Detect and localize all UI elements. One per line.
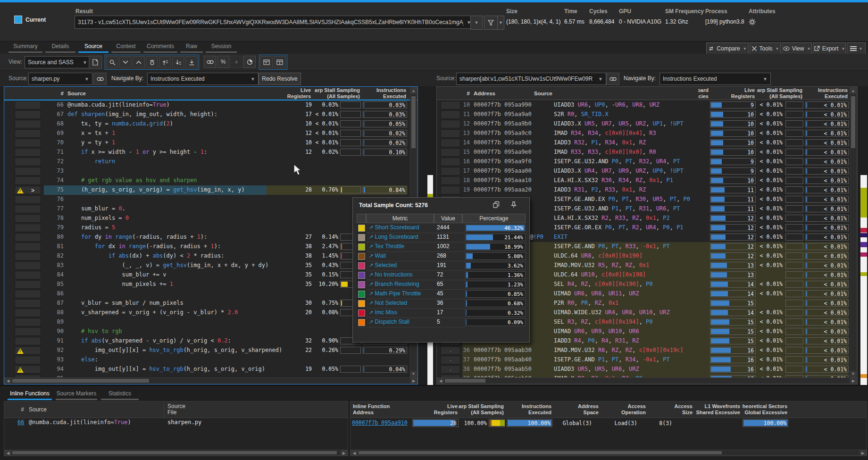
- tab-context[interactable]: Context: [111, 42, 141, 52]
- view-select[interactable]: Source and SASS▼: [25, 56, 91, 68]
- source-row-70[interactable]: 70 y = ty + 110< 0.01%0.02%: [4, 138, 417, 148]
- tab-raw[interactable]: Raw: [180, 42, 203, 52]
- bottom-tab-statistics[interactable]: Statistics: [101, 389, 139, 399]
- navigate-by-select-right[interactable]: Instructions Executed▼: [659, 73, 771, 85]
- col-num[interactable]: #: [460, 91, 470, 96]
- col-heoretical-sectors-global-excessive[interactable]: heoretical SectorsGlobal Excessive: [743, 403, 788, 416]
- gutter-cell[interactable]: [15, 318, 41, 326]
- gutter-cell[interactable]: [15, 167, 41, 176]
- current-result-color-swatch[interactable]: [14, 16, 22, 24]
- scroll-left-arrow[interactable]: ◀: [437, 378, 444, 384]
- gutter-cell[interactable]: [15, 176, 41, 185]
- single-pane-button[interactable]: [260, 56, 273, 68]
- col-l1-wavefronts-shared-excessive[interactable]: L1 WavefrontsShared Excessive: [695, 403, 741, 416]
- source-row-94[interactable]: 94 img_out[y][x] = hsv_to_rgb(h_orig, s_…: [4, 365, 417, 374]
- inline-function-row[interactable]: 66 @numba.cuda.jit(lineinfo=True) sharpe…: [4, 418, 348, 428]
- source-row-72[interactable]: 72 return: [4, 157, 417, 167]
- prev-hotspot-button[interactable]: [159, 56, 171, 68]
- gutter-cell[interactable]: [15, 110, 41, 119]
- view-button[interactable]: View▼: [782, 42, 812, 55]
- sass-row-14[interactable]: 1400007f7b 095aa9d0IADD3 R32, P1, R34, 0…: [437, 138, 857, 148]
- col-scoreboard-dependencies-clipped[interactable]: ScoreboardDependencies: [698, 87, 709, 100]
- col-warp-stall-sampling[interactable]: arp Stall Sampling(All Samples): [757, 87, 803, 100]
- tab-summary[interactable]: Summary: [8, 42, 42, 52]
- scroll-right-arrow[interactable]: ▶: [341, 450, 347, 455]
- sass-row-36[interactable]: ·3600007f7b 095aab30IMAD.MOV.U32 R6, RZ,…: [437, 346, 857, 355]
- source-row-66[interactable]: 66@numba.cuda.jit(lineinfo=True)190.03%0…: [4, 100, 417, 110]
- gutter-cell[interactable]: [15, 327, 41, 336]
- scroll-up-arrow[interactable]: ▲: [410, 88, 417, 94]
- scroll-right-arrow[interactable]: ▶: [850, 378, 857, 384]
- gutter-cell[interactable]: [15, 233, 41, 242]
- col-instructions-executed[interactable]: InstructionsExecuted: [363, 87, 407, 100]
- scroll-left-arrow[interactable]: ◀: [5, 450, 11, 455]
- source-row-71[interactable]: 71 if x >= width - 1 or y >= height - 1:…: [4, 148, 417, 157]
- col-address[interactable]: Address: [474, 91, 495, 96]
- add-baseline-button[interactable]: +: [230, 56, 242, 68]
- metric-link[interactable]: No Instructions: [375, 271, 413, 278]
- source-row-93[interactable]: 93 else:: [4, 355, 417, 365]
- source-h-scrollbar[interactable]: ◀▶: [4, 377, 417, 384]
- col-source[interactable]: Source: [29, 406, 47, 413]
- h-scroll-thumb[interactable]: [359, 451, 722, 454]
- open-source-file-button[interactable]: [89, 56, 102, 69]
- col-arp-stall-sampling-all-samples[interactable]: arp Stall Sampling(All Samples): [460, 403, 505, 416]
- sass-row-37[interactable]: ·3700007f7b 095aab40ISETP.GE.AND P1, PT,…: [437, 355, 857, 365]
- gutter-cell[interactable]: [15, 346, 41, 355]
- sass-row-12[interactable]: 1200007f7b 095aa9b0UIADD3.X UR5, UR7, UR…: [437, 119, 857, 129]
- source-row-67[interactable]: 67def sharpen(img_in, img_out, width, he…: [4, 110, 417, 119]
- gutter-cell[interactable]: [15, 195, 41, 204]
- col-source[interactable]: Source: [67, 91, 86, 96]
- gutter-cell[interactable]: [15, 290, 41, 298]
- v-scroll-thumb[interactable]: [851, 96, 855, 148]
- find-prev-button[interactable]: [133, 56, 145, 68]
- tab-session[interactable]: Session: [206, 42, 237, 52]
- result-select[interactable]: 31173 - v1,cw51cXTLSUwv1sCUt9Ww0FEw09RRw…: [75, 16, 475, 29]
- source-row-73[interactable]: 73: [4, 167, 417, 176]
- copy-button[interactable]: [492, 201, 500, 210]
- redo-resolve-button[interactable]: Redo Resolve: [259, 73, 301, 85]
- metric-link[interactable]: Tex Throttle: [375, 243, 404, 250]
- tab-comments[interactable]: Comments: [143, 42, 177, 52]
- h-scroll-thumb[interactable]: [445, 379, 485, 383]
- gear-icon[interactable]: [749, 18, 756, 25]
- gutter-cell[interactable]: [15, 148, 41, 157]
- bottom-tab-source-markers[interactable]: Source Markers: [56, 389, 97, 399]
- link-views-button[interactable]: [204, 56, 216, 68]
- find-button[interactable]: [106, 56, 118, 68]
- col-live-registers[interactable]: LiveRegisters: [267, 87, 312, 100]
- goto-selected-button[interactable]: [146, 56, 158, 68]
- sass-row-19[interactable]: 1900007f7b 095aaa20IADD3 R31, P2, R33, 0…: [437, 185, 857, 195]
- gutter-cell[interactable]: [15, 261, 41, 270]
- filter-button[interactable]: [484, 16, 498, 30]
- scroll-left-arrow[interactable]: ◀: [5, 378, 11, 384]
- col-address-space[interactable]: AddressSpace: [554, 403, 600, 416]
- gutter-cell[interactable]: [15, 214, 41, 223]
- col-warp-stall-sampling[interactable]: arp Stall Sampling(All Samples): [314, 87, 361, 100]
- col-instructions-executed[interactable]: InstructionsExecuted: [805, 87, 849, 100]
- gutter-cell[interactable]: [15, 271, 41, 279]
- sass-row-17[interactable]: 1700007f7b 095aaa00UIADD3.X UR4, UR7, UR…: [437, 167, 857, 176]
- col-access-operation[interactable]: AccessOperation: [601, 403, 647, 416]
- gutter-cell[interactable]: [15, 299, 41, 308]
- scroll-left-arrow[interactable]: ◀: [351, 450, 358, 455]
- gutter-cell[interactable]: [15, 224, 41, 232]
- gutter-cell[interactable]: [15, 252, 41, 260]
- sass-function-select[interactable]: sharpen[abi:v1,cw51cXTLSUwv1sCUt9Ww0FEw0…: [456, 73, 606, 85]
- scroll-down-arrow[interactable]: ▼: [410, 371, 417, 377]
- pin-button[interactable]: [510, 201, 517, 210]
- sass-row-18[interactable]: 1800007f7b 095aaa10LEA.HI.X.SX32 R30, R3…: [437, 176, 857, 185]
- metric-link[interactable]: Dispatch Stall: [375, 318, 409, 325]
- export-button[interactable]: Export▼: [813, 42, 846, 55]
- sass-row-38[interactable]: ·3800007f7b 095aab50UIADD3 UR5, UR5, UR6…: [437, 365, 857, 374]
- sass-h-scrollbar[interactable]: ◀▶: [437, 377, 857, 384]
- filter-dropdown-button[interactable]: ▼: [497, 16, 504, 30]
- sync-source-button[interactable]: [93, 73, 107, 85]
- source-row-75[interactable]: >75 (h_orig, s_orig, v_orig) = get_hsv(i…: [4, 185, 417, 195]
- col-source-file[interactable]: SourceFile: [167, 403, 185, 416]
- scroll-up-arrow[interactable]: ▲: [850, 88, 856, 94]
- h-scroll-thumb[interactable]: [12, 451, 337, 454]
- gutter-cell[interactable]: [15, 129, 41, 138]
- source-row-74[interactable]: 74 # get rgb value as hsv and sharpen: [4, 176, 417, 185]
- scroll-down-arrow[interactable]: ▼: [850, 371, 856, 377]
